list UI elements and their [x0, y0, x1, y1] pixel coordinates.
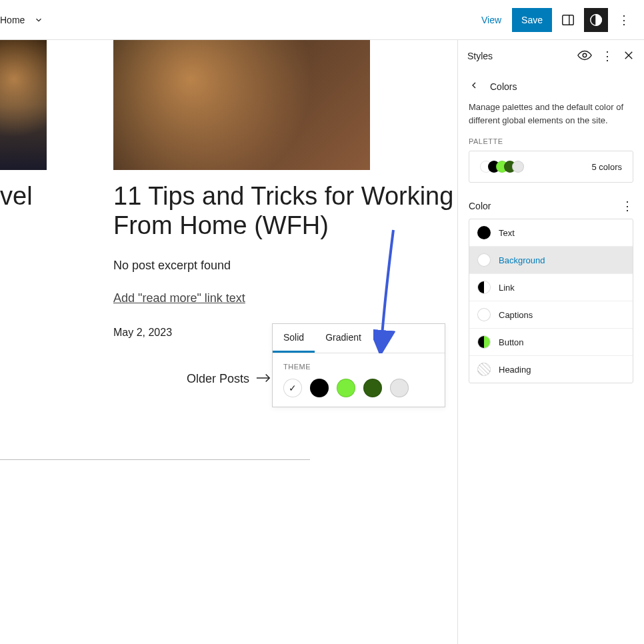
popover-body: THEME	[273, 353, 445, 407]
post-title: vel	[0, 182, 47, 211]
breadcrumb-label: Colors	[490, 81, 517, 92]
post-image	[113, 40, 370, 170]
breadcrumb: Colors	[458, 72, 644, 101]
sidebar-header: Styles ⋮	[458, 40, 644, 72]
post-title: 11 Tips and Tricks for Working From Home…	[113, 182, 457, 240]
palette-swatches	[480, 161, 524, 173]
divider	[0, 459, 310, 460]
post-excerpt: No post excerpt found	[113, 259, 457, 273]
main-layout: vel 11 Tips and Tricks for Working From …	[0, 40, 644, 644]
color-row-label: Text	[499, 228, 515, 238]
topbar-left: Home	[0, 14, 45, 26]
color-row-heading[interactable]: Heading	[469, 356, 633, 383]
palette-box[interactable]: 5 colors	[469, 151, 633, 183]
sidebar-title: Styles	[467, 51, 493, 61]
save-button[interactable]: Save	[512, 8, 552, 32]
palette-label: PALETTE	[458, 137, 644, 151]
color-row-button[interactable]: Button	[469, 329, 633, 356]
close-icon[interactable]	[623, 49, 635, 63]
color-row-label: Heading	[499, 365, 531, 375]
post-image	[0, 40, 47, 170]
chevron-down-icon[interactable]	[33, 14, 45, 26]
color-row-label: Captions	[499, 310, 533, 320]
tab-gradient[interactable]: Gradient	[315, 324, 372, 353]
color-indicator	[477, 308, 491, 321]
tab-solid[interactable]: Solid	[273, 324, 315, 353]
arrow-right-icon	[256, 372, 271, 386]
color-row-label: Link	[499, 283, 515, 293]
theme-swatch[interactable]	[363, 379, 382, 397]
popover-tabs: Solid Gradient	[273, 324, 445, 353]
editor-canvas: vel 11 Tips and Tricks for Working From …	[0, 40, 457, 644]
post-left: vel	[0, 40, 47, 339]
read-more-link[interactable]: Add "read more" link text	[113, 291, 245, 305]
palette-count: 5 colors	[591, 162, 622, 172]
theme-swatch[interactable]	[310, 379, 329, 397]
view-link[interactable]: View	[475, 11, 508, 29]
color-section-label: Color	[469, 201, 491, 211]
color-element-list: TextBackgroundLinkCaptionsButtonHeading	[469, 219, 633, 383]
more-menu-icon[interactable]: ⋮	[612, 8, 636, 32]
theme-swatch[interactable]	[283, 379, 302, 397]
eye-icon[interactable]	[577, 48, 592, 65]
topbar-right: View Save ⋮	[475, 8, 636, 32]
sidebar-header-actions: ⋮	[577, 48, 635, 65]
theme-swatch[interactable]	[337, 379, 355, 397]
color-row-label: Button	[499, 337, 524, 347]
color-indicator	[477, 281, 491, 294]
svg-point-4	[583, 53, 587, 57]
color-indicator	[477, 363, 491, 376]
color-section-header: Color ⋮	[458, 199, 644, 219]
color-row-captions[interactable]: Captions	[469, 301, 633, 329]
theme-swatches	[283, 379, 434, 397]
color-indicator	[477, 335, 491, 349]
post-main: 11 Tips and Tricks for Working From Home…	[113, 40, 457, 339]
color-row-text[interactable]: Text	[469, 219, 633, 247]
palette-swatch	[512, 161, 524, 173]
home-label[interactable]: Home	[0, 15, 25, 25]
sidebar-description: Manage palettes and the default color of…	[458, 101, 644, 137]
color-row-link[interactable]: Link	[469, 274, 633, 301]
top-bar: Home View Save ⋮	[0, 0, 644, 40]
color-indicator	[477, 253, 491, 267]
color-row-label: Background	[499, 255, 545, 265]
older-posts-label: Older Posts	[187, 372, 249, 386]
sidebar-toggle-icon[interactable]	[556, 8, 580, 32]
color-picker-popover: Solid Gradient THEME	[272, 323, 445, 407]
more-icon[interactable]: ⋮	[601, 49, 613, 63]
color-indicator	[477, 226, 491, 239]
posts-row: vel 11 Tips and Tricks for Working From …	[0, 40, 457, 339]
styles-icon[interactable]	[584, 8, 608, 32]
svg-rect-0	[563, 15, 574, 25]
theme-label: THEME	[283, 363, 434, 371]
back-icon[interactable]	[469, 80, 479, 93]
color-more-icon[interactable]: ⋮	[621, 199, 633, 213]
styles-sidebar: Styles ⋮ Colors Manage palettes and the …	[457, 40, 644, 644]
color-row-background[interactable]: Background	[469, 247, 633, 274]
theme-swatch[interactable]	[390, 379, 409, 397]
